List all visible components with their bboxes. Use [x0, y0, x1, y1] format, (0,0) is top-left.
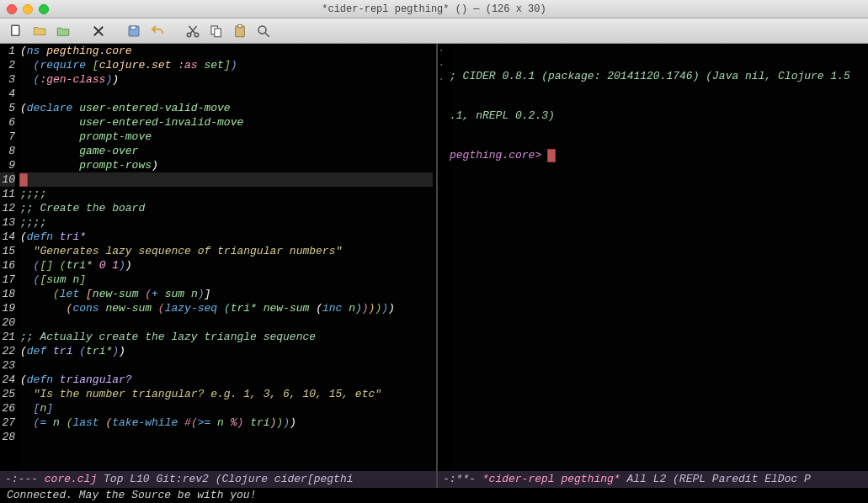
buffer-name: core.clj — [45, 473, 97, 485]
copy-button[interactable] — [207, 22, 226, 40]
svg-rect-7 — [236, 26, 245, 37]
cut-button[interactable] — [184, 22, 202, 40]
repl-prompt[interactable]: pegthing.core> — [450, 149, 548, 161]
repl-banner: ; CIDER 0.8.1 (package: 20141120.1746) (… — [450, 70, 850, 82]
svg-point-9 — [258, 26, 266, 34]
repl-buffer-name: *cider-repl pegthing* — [482, 473, 620, 485]
paste-button[interactable] — [231, 22, 249, 40]
maximize-icon[interactable] — [39, 4, 49, 14]
repl-banner-2: .1, nREPL 0.2.3) — [450, 109, 555, 122]
echo-area: Connected. May the Source be with you! — [0, 488, 868, 503]
repl-fringe: ··· — [438, 44, 450, 471]
save-as-button[interactable] — [125, 22, 143, 40]
svg-rect-2 — [130, 26, 136, 29]
modeline-row: -:--- core.clj Top L10 Git:rev2 (Clojure… — [0, 471, 868, 488]
toolbar — [0, 19, 868, 44]
cursor-icon — [548, 150, 555, 161]
close-button[interactable] — [89, 22, 108, 40]
window-title: *cider-repl pegthing* () — (126 x 30) — [0, 3, 868, 15]
open-file-button[interactable] — [30, 22, 49, 40]
repl-pane[interactable]: ··· ; CIDER 0.8.1 (package: 20141120.174… — [438, 44, 868, 471]
source-code[interactable]: (ns pegthing.core (require [clojure.set … — [20, 44, 436, 471]
svg-rect-8 — [238, 24, 242, 27]
source-pane[interactable]: 1234567891011121314151617181920212223242… — [0, 44, 438, 471]
modeline-right[interactable]: -:**- *cider-repl pegthing* All L2 (REPL… — [438, 471, 868, 488]
svg-rect-0 — [12, 25, 19, 35]
svg-rect-6 — [215, 29, 221, 37]
window-controls — [7, 4, 49, 14]
search-button[interactable] — [254, 22, 273, 40]
minimize-icon[interactable] — [23, 4, 33, 14]
repl-output[interactable]: ; CIDER 0.8.1 (package: 20141120.1746) (… — [450, 44, 868, 471]
titlebar: *cider-repl pegthing* () — (126 x 30) — [0, 0, 868, 19]
modeline-left[interactable]: -:--- core.clj Top L10 Git:rev2 (Clojure… — [0, 471, 438, 488]
line-gutter: 1234567891011121314151617181920212223242… — [0, 44, 20, 471]
undo-button[interactable] — [148, 22, 167, 40]
new-file-button[interactable] — [7, 22, 25, 40]
editor-area: 1234567891011121314151617181920212223242… — [0, 44, 868, 471]
save-button[interactable] — [54, 22, 72, 40]
close-icon[interactable] — [7, 4, 17, 14]
